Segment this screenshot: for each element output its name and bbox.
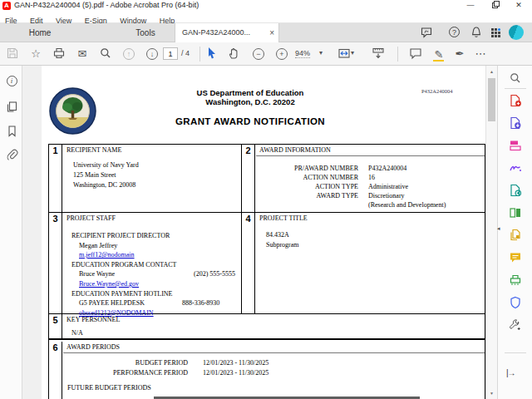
recipient-line: Washington, DC 20008 (73, 181, 139, 191)
more-tools-button[interactable] (508, 318, 523, 333)
request-signatures-button[interactable] (508, 229, 523, 244)
scroll-down-icon[interactable]: ▼ (486, 391, 497, 396)
tab-document[interactable]: GAN-P432A24000... × (175, 23, 279, 42)
previous-page-button[interactable]: ↑ (121, 47, 136, 62)
kv-label: AWARD TYPE (256, 192, 358, 201)
tab-bar: Home Tools GAN-P432A24000... × ? (0, 23, 532, 42)
award-number-header: P432A240004 (421, 88, 453, 94)
key-personnel-value: N/A (71, 329, 83, 337)
scroll-up-icon[interactable]: ▲ (486, 69, 497, 74)
bookmark-icon (6, 125, 18, 137)
edit-pdf-icon (509, 139, 522, 152)
page-thumbnails-button[interactable] (5, 101, 18, 114)
window-close-button[interactable]: ✕ (510, 0, 528, 11)
next-page-button[interactable]: ↓ (145, 47, 160, 62)
user-avatar[interactable] (509, 25, 524, 40)
protect-pdf-button[interactable] (508, 296, 523, 311)
organize-pages-button[interactable] (508, 206, 523, 221)
kv-value: 12/01/2023 - 11/30/2025 (203, 369, 268, 379)
box-number: 3 (49, 213, 62, 313)
staff-heading: EDUCATION PROGRAM CONTACT (71, 261, 238, 271)
kv-value: Administrative (368, 183, 408, 192)
email-link[interactable]: m.jeff12@nodomain (79, 251, 135, 259)
minus-icon: − (253, 48, 264, 60)
maximize-icon-back (494, 1, 500, 7)
future-budget-periods-label: FUTURE BUDGET PERIODS (67, 384, 151, 392)
comment-tool-button[interactable] (508, 251, 523, 266)
zoom-caret-icon[interactable]: ▾ (319, 49, 323, 57)
print-button[interactable] (52, 47, 66, 62)
feedback-icon (420, 26, 433, 39)
select-tool-button[interactable] (204, 47, 219, 62)
zoom-level-value[interactable]: 94% (295, 49, 310, 58)
notifications-button[interactable] (470, 26, 484, 40)
page-info-button[interactable]: i (5, 76, 18, 89)
vertical-scrollbar[interactable]: ▲ ▼ (485, 66, 497, 399)
highlight-button[interactable]: ✎ (431, 47, 446, 62)
scrollbar-thumb[interactable] (488, 78, 495, 121)
box-recipient-name: 1 RECIPIENT NAME University of Navy Yard… (49, 145, 242, 212)
search-tool-button[interactable] (508, 71, 523, 86)
attachments-button[interactable] (5, 149, 18, 162)
find-button[interactable] (98, 47, 113, 62)
fit-width-button[interactable] (337, 47, 352, 62)
envelope-icon: ✉ (78, 47, 87, 60)
window-minimize-button[interactable]: — (461, 0, 480, 11)
rail-divider (505, 88, 526, 89)
menu-bar: File Edit View E-Sign Window Help (0, 12, 532, 23)
kv-label: PR/AWARD NUMBER (256, 165, 358, 174)
kv-label (256, 201, 358, 210)
create-pdf-button[interactable] (508, 94, 523, 109)
recipient-line: 125 Main Street (73, 171, 139, 181)
open-panel-button[interactable]: |→ (506, 368, 515, 377)
sign-button[interactable]: ✒ (452, 47, 467, 62)
apps-menu-button[interactable] (491, 26, 505, 40)
scan-ocr-button[interactable] (508, 273, 523, 288)
zoom-out-button[interactable]: − (251, 47, 266, 62)
comment-button[interactable] (408, 47, 423, 62)
plus-icon: + (276, 48, 288, 60)
edit-pdf-button[interactable] (508, 139, 523, 154)
fit-width-caret-icon[interactable]: ▾ (351, 49, 354, 57)
bookmarks-button[interactable] (5, 125, 18, 138)
toolbar-divider (397, 47, 398, 62)
email-button[interactable]: ✉ (75, 47, 90, 62)
toolbar-divider (200, 47, 200, 62)
kv-value: Discretionary (368, 192, 405, 201)
apps-grid-icon (491, 26, 501, 37)
box5-label: KEY PERSONNEL (66, 316, 120, 323)
page-title: GRANT AWARD NOTIFICATION (141, 116, 359, 126)
acrobat-window: A GAN-P432A240004 (5).pdf - Adobe Acroba… (0, 0, 532, 399)
add-to-favorites-button[interactable]: ☆ (28, 47, 43, 62)
pdf-page[interactable]: P432A240004 US Department of Education W… (42, 66, 485, 399)
tab-home[interactable]: Home (15, 23, 65, 42)
comment-bubble-icon (409, 47, 422, 60)
email-link[interactable]: Bruce.Wayne@ed.gov (79, 280, 139, 288)
print-icon (52, 47, 66, 60)
staff-phone: 888-336-8930 (182, 299, 219, 307)
kv-label: BUDGET PERIOD (63, 359, 188, 369)
document-tab-close-icon[interactable]: × (269, 23, 274, 42)
fill-sign-button[interactable] (508, 161, 523, 176)
more-options-button[interactable]: ⋯ (473, 47, 488, 62)
measure-scroll-button[interactable] (371, 47, 386, 62)
hand-tool-button[interactable] (226, 47, 241, 62)
arrow-down-icon: ↓ (146, 48, 158, 60)
collapse-panel-icon[interactable]: ◂ (497, 225, 500, 232)
search-icon (99, 47, 112, 60)
help-button[interactable]: ? (448, 26, 462, 40)
window-maximize-button[interactable] (485, 0, 504, 11)
export-pdf-button[interactable] (508, 116, 523, 131)
save-button[interactable] (5, 47, 20, 62)
box3-label: PROJECT STAFF (66, 214, 116, 222)
tab-tools[interactable]: Tools (121, 23, 170, 42)
feedback-button[interactable] (420, 26, 434, 40)
page-number-input[interactable] (163, 47, 178, 60)
box-award-periods: 6 AWARD PERIODS BUDGET PERIOD12/01/2023 … (49, 342, 485, 399)
acrobat-logo-icon: A (2, 2, 11, 10)
paperclip-icon (6, 149, 18, 161)
zoom-in-button[interactable]: + (274, 47, 289, 62)
combine-files-button[interactable] (508, 184, 523, 199)
star-icon: ☆ (31, 47, 41, 60)
staff-heading: EDUCATION PAYMENT HOTLINE (71, 290, 238, 300)
